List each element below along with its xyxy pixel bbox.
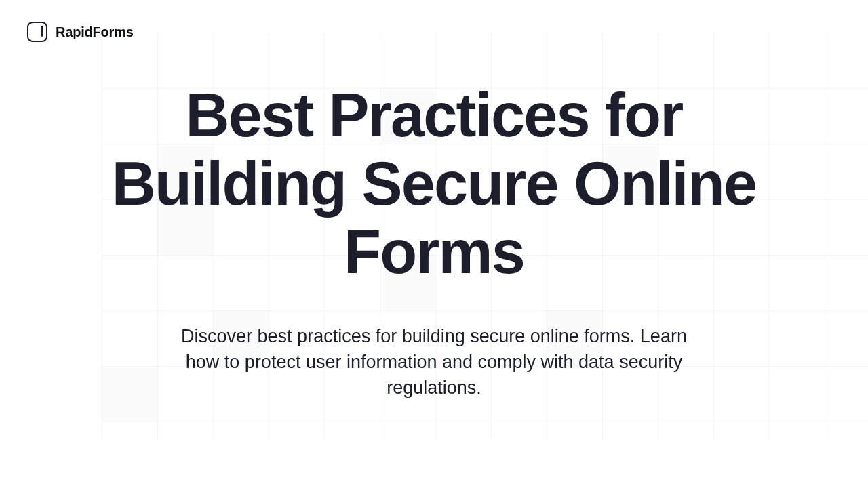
brand-name: RapidForms: [56, 24, 134, 40]
brand-logo[interactable]: RapidForms: [27, 22, 134, 42]
page-title: Best Practices for Building Secure Onlin…: [68, 81, 800, 286]
hero-content: Best Practices for Building Secure Onlin…: [0, 81, 868, 401]
logo-icon: [27, 22, 47, 42]
page-subtitle: Discover best practices for building sec…: [176, 324, 692, 401]
